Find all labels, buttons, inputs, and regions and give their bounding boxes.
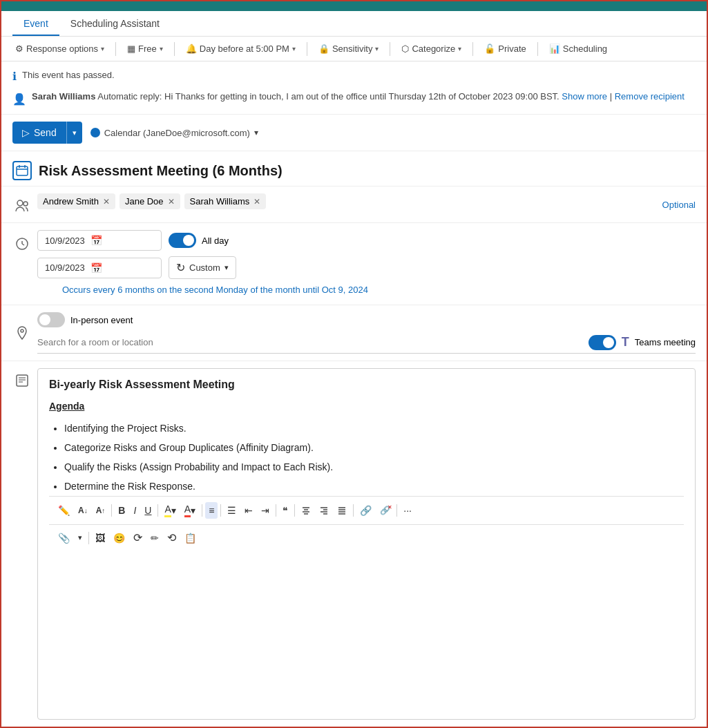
align-center-button[interactable]: [298, 503, 314, 518]
body-title: Bi-yearly Risk Assessment Meeting: [49, 379, 684, 391]
highlight-color-button[interactable]: A▾: [161, 501, 179, 520]
loop-button[interactable]: ⟳: [130, 528, 146, 547]
font-size-decrease-button[interactable]: A↓: [75, 503, 91, 518]
align-left-button[interactable]: ≡: [205, 502, 218, 519]
attendee-tag-0: Andrew Smith ✕: [37, 193, 115, 209]
svg-rect-0: [17, 166, 28, 175]
bullet-list-button[interactable]: ☰: [224, 502, 240, 519]
in-person-line: In-person event: [37, 312, 696, 327]
in-person-label: In-person event: [70, 315, 133, 325]
bold-button[interactable]: B: [115, 502, 128, 519]
attach-dropdown-button[interactable]: ▾: [75, 530, 86, 545]
remove-recipient-link[interactable]: Remove recipient: [615, 91, 685, 102]
agenda-item-2: Qualify the Risks (Assign Probability an…: [64, 457, 684, 477]
in-person-wrap: In-person event T Teams meeting: [37, 312, 696, 354]
remove-link-button[interactable]: 🔗✕: [376, 503, 394, 518]
remove-attendee-2[interactable]: ✕: [253, 197, 260, 207]
fmt-divider-8: [396, 504, 397, 517]
send-dropdown-button[interactable]: ▾: [66, 122, 82, 144]
optional-link[interactable]: Optional: [662, 200, 696, 210]
people-icon: [12, 196, 32, 215]
all-day-label: All day: [202, 236, 229, 246]
format-toolbar-row1: ✏️ A↓ A↑ B I U A▾ A▾ ≡ ☰ ⇤ ⇥: [49, 496, 684, 524]
increase-indent-button[interactable]: ⇥: [258, 502, 273, 519]
free-chevron: ▾: [160, 45, 163, 52]
fmt-divider-5: [276, 504, 276, 517]
attendee-name-1: Jane Doe: [125, 196, 164, 207]
agenda-item-0: Identifying the Project Risks.: [64, 419, 684, 438]
attendee-name-2: Sarah Williams: [190, 196, 250, 207]
remove-attendee-1[interactable]: ✕: [168, 197, 175, 207]
send-area: ▷ Send ▾ Calendar (JaneDoe@microsoft.com…: [1, 115, 707, 151]
all-day-toggle[interactable]: [169, 233, 196, 248]
date-controls: 10/9/2023 📅 All day 10/9/2023 📅 ↻ Custom…: [37, 230, 696, 298]
in-person-toggle[interactable]: [37, 312, 65, 327]
fmt-divider-2: [157, 504, 158, 517]
recurrence-button[interactable]: ↻ Custom ▾: [169, 256, 236, 279]
italic-button[interactable]: I: [130, 502, 140, 519]
emoji-button[interactable]: 😊: [110, 530, 128, 546]
sensitivity-button[interactable]: 🔒 Sensitivity ▾: [313, 41, 385, 57]
show-more-link[interactable]: Show more: [562, 91, 607, 102]
send-group: ▷ Send ▾: [12, 122, 82, 144]
teams-label: Teams meeting: [635, 337, 696, 347]
alert-passed: ℹ This event has passed.: [12, 67, 696, 86]
fmt-divider-1: [111, 504, 112, 517]
response-options-button[interactable]: ⚙ Response options ▾: [10, 41, 110, 57]
attendee-tag-2: Sarah Williams ✕: [184, 193, 267, 209]
body-area: Bi-yearly Risk Assessment Meeting Agenda…: [1, 361, 707, 727]
insert-link-button[interactable]: 🔗: [356, 502, 375, 519]
people-tags: Andrew Smith ✕ Jane Doe ✕ Sarah Williams…: [37, 193, 657, 209]
insert-image-button[interactable]: 🖼: [92, 530, 108, 546]
highlight-tool-button[interactable]: ✏️: [55, 502, 73, 519]
sketch-button[interactable]: ✏: [147, 530, 162, 546]
calendar-selector[interactable]: Calendar (JaneDoe@microsoft.com) ▾: [90, 128, 258, 138]
tab-scheduling[interactable]: Scheduling Assistant: [59, 11, 171, 36]
teams-icon: T: [622, 335, 629, 349]
sensitivity-icon: 🔒: [318, 44, 329, 54]
response-options-icon: ⚙: [15, 44, 23, 54]
align-right-button[interactable]: [316, 503, 332, 518]
end-date-input[interactable]: 10/9/2023 📅: [37, 258, 162, 278]
copilot-button[interactable]: 📋: [181, 530, 200, 546]
more-options-button[interactable]: ···: [400, 502, 415, 519]
date-row: 10/9/2023 📅 All day 10/9/2023 📅 ↻ Custom…: [1, 223, 707, 305]
start-date-input[interactable]: 10/9/2023 📅: [37, 230, 162, 251]
agenda-item-3: Determine the Risk Response.: [64, 477, 684, 496]
response-options-chevron: ▾: [101, 45, 104, 52]
font-color-button[interactable]: A▾: [181, 501, 199, 520]
quote-button[interactable]: ❝: [279, 502, 291, 519]
end-calendar-icon: 📅: [90, 262, 102, 274]
toolbar-divider-4: [390, 42, 390, 56]
categorize-button[interactable]: ⬡ Categorize ▾: [396, 41, 467, 57]
sensitivity-chevron: ▾: [375, 45, 379, 52]
loop2-button[interactable]: ⟲: [164, 528, 180, 547]
start-calendar-icon: 📅: [90, 235, 102, 246]
svg-point-4: [17, 200, 23, 206]
underline-button[interactable]: U: [141, 502, 155, 519]
remove-attendee-0[interactable]: ✕: [103, 197, 110, 207]
teams-toggle[interactable]: [589, 335, 616, 350]
scheduling-button[interactable]: 📊 Scheduling: [544, 41, 613, 57]
send-button[interactable]: ▷ Send: [12, 122, 66, 144]
agenda-list: Identifying the Project Risks. Categoriz…: [49, 419, 684, 496]
alert-auto-reply: 👤 Sarah Williams Automatic reply: Hi Tha…: [12, 88, 696, 108]
tab-event[interactable]: Event: [12, 11, 59, 36]
attach-file-button[interactable]: 📎: [55, 530, 73, 546]
reminder-button[interactable]: 🔔 Day before at 5:00 PM ▾: [180, 41, 301, 57]
reminder-icon: 🔔: [186, 44, 197, 54]
recurrence-chevron: ▾: [224, 263, 229, 272]
info-icon: ℹ: [12, 70, 17, 83]
alert-auto-reply-text: Automatic reply: Hi Thanks for getting i…: [97, 91, 559, 102]
calendar-chevron: ▾: [254, 128, 258, 137]
private-button[interactable]: 🔓 Private: [479, 41, 531, 57]
location-search-input[interactable]: [37, 334, 589, 350]
recurrence-icon: ↻: [176, 261, 185, 274]
justify-button[interactable]: [334, 503, 350, 518]
fmt-divider-9: [88, 532, 89, 544]
toolbar-divider-6: [537, 42, 538, 56]
svg-point-5: [23, 202, 28, 206]
font-size-increase-button[interactable]: A↑: [93, 503, 109, 518]
free-button[interactable]: ▦ Free ▾: [122, 41, 169, 57]
decrease-indent-button[interactable]: ⇤: [241, 502, 256, 519]
